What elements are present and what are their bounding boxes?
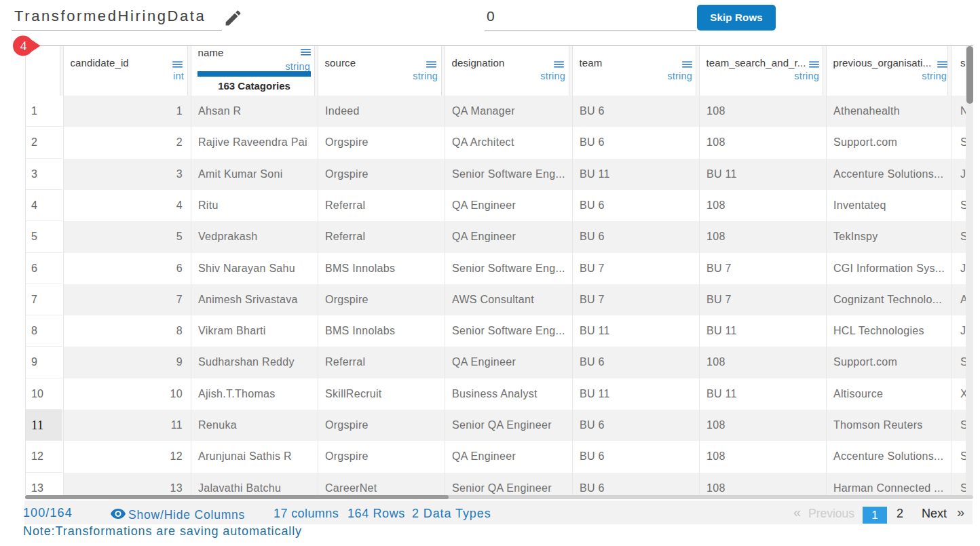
svg-text:4: 4 <box>20 39 27 53</box>
